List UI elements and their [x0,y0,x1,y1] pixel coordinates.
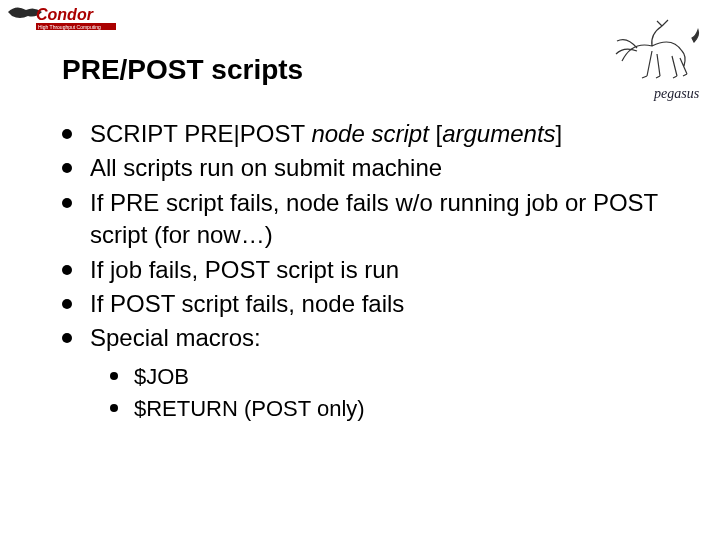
bullet-item: If PRE script fails, node fails w/o runn… [62,187,680,252]
bullet-text: If job fails, POST script is run [90,256,399,283]
bullet-text: If PRE script fails, node fails w/o runn… [90,189,658,248]
condor-logo-text: Condor [36,6,94,23]
slide-title: PRE/POST scripts [62,54,303,86]
sub-bullet-item: $JOB [110,361,680,393]
bullet-list: SCRIPT PRE|POST node script [arguments]A… [62,118,680,355]
bullet-text: node script [311,120,435,147]
bullet-item: SCRIPT PRE|POST node script [arguments] [62,118,680,150]
bullet-text: Special macros: [90,324,261,351]
bullet-text: SCRIPT PRE|POST [90,120,311,147]
slide-content: SCRIPT PRE|POST node script [arguments]A… [62,118,680,425]
bullet-item: If POST script fails, node fails [62,288,680,320]
bullet-text: ] [556,120,563,147]
bullet-item: Special macros: [62,322,680,354]
bullet-text: All scripts run on submit machine [90,154,442,181]
bullet-item: All scripts run on submit machine [62,152,680,184]
sub-bullet-list: $JOB$RETURN (POST only) [110,361,680,425]
condor-logo-subtext: High Throughput Computing [38,24,101,30]
condor-logo: Condor High Throughput Computing [6,2,126,34]
pegasus-logo-text: pegasus [653,86,700,101]
bullet-text: arguments [442,120,555,147]
bullet-text: If POST script fails, node fails [90,290,404,317]
pegasus-logo: pegasus [602,6,712,106]
sub-bullet-item: $RETURN (POST only) [110,393,680,425]
bullet-item: If job fails, POST script is run [62,254,680,286]
